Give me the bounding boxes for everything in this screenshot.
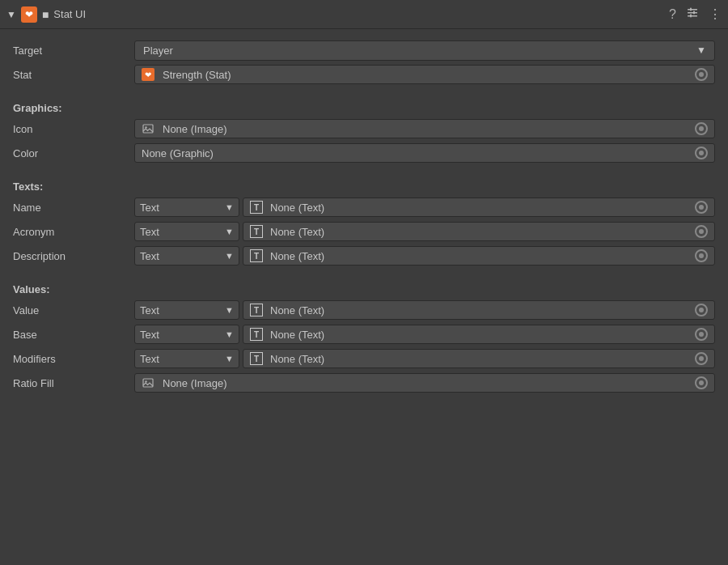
description-select-button[interactable] — [695, 249, 708, 262]
sliders-icon[interactable] — [686, 6, 699, 23]
base-dropdown-value: Text — [140, 329, 159, 341]
spacer3 — [13, 269, 715, 275]
chevron-down-icon: ▼ — [696, 45, 706, 56]
text-type-icon: T — [250, 328, 263, 341]
modifiers-label: Modifiers — [13, 353, 134, 365]
icon-value: None (Image) — [163, 123, 226, 135]
color-value: None (Graphic) — [142, 147, 214, 159]
select-circle-dot — [699, 126, 704, 131]
color-label: Color — [13, 147, 134, 159]
svg-rect-1 — [688, 12, 697, 14]
base-row: Base Text ▼ T None (Text) — [13, 323, 715, 346]
text-type-icon: T — [250, 304, 263, 316]
acronym-field[interactable]: T None (Text) — [243, 222, 715, 241]
description-control: Text ▼ T None (Text) — [134, 246, 715, 266]
svg-rect-5 — [690, 14, 692, 17]
stat-row: Stat ❤ Strength (Stat) — [13, 63, 715, 86]
value-type-dropdown[interactable]: Text ▼ — [134, 300, 239, 320]
acronym-control: Text ▼ T None (Text) — [134, 222, 715, 241]
color-select-button[interactable] — [695, 147, 708, 159]
target-control: Player ▼ — [134, 40, 715, 61]
modifiers-row: Modifiers Text ▼ T None (Text) — [13, 347, 715, 370]
target-dropdown[interactable]: Player ▼ — [134, 40, 715, 61]
select-circle-dot — [699, 380, 704, 385]
toolbar-icons: ? ⋮ — [669, 6, 722, 23]
value-select-button[interactable] — [695, 304, 708, 316]
stat-value: Strength (Stat) — [163, 69, 231, 81]
icon-field[interactable]: None (Image) — [134, 119, 715, 138]
more-icon[interactable]: ⋮ — [709, 6, 722, 22]
color-inner: None (Graphic) — [142, 147, 695, 159]
value-field[interactable]: T None (Text) — [243, 300, 715, 320]
modifiers-value: None (Text) — [270, 353, 324, 365]
svg-rect-0 — [688, 9, 697, 11]
stat-label: Stat — [13, 69, 134, 81]
values-header: Values: — [13, 283, 715, 295]
stat-select-button[interactable] — [695, 68, 708, 81]
window-title: Stat UI — [53, 8, 664, 20]
select-circle-dot — [699, 356, 704, 361]
name-type-dropdown[interactable]: Text ▼ — [134, 198, 239, 217]
title-bar: ▼ ❤ ■ Stat UI ? ⋮ — [0, 0, 728, 29]
ratio-fill-field[interactable]: None (Image) — [134, 373, 715, 393]
base-type-dropdown[interactable]: Text ▼ — [134, 325, 239, 344]
name-control: Text ▼ T None (Text) — [134, 198, 715, 217]
text-type-icon: T — [250, 201, 263, 214]
spacer1 — [13, 87, 715, 94]
select-circle-dot — [699, 308, 704, 312]
value-row: Value Text ▼ T None (Text) — [13, 299, 715, 321]
base-label: Base — [13, 329, 134, 341]
ratio-fill-label: Ratio Fill — [13, 377, 134, 389]
target-row: Target Player ▼ — [13, 39, 715, 62]
description-field[interactable]: T None (Text) — [243, 246, 715, 266]
chevron-down-icon[interactable]: ▼ — [6, 9, 16, 20]
color-field[interactable]: None (Graphic) — [134, 143, 715, 163]
select-circle-dot — [699, 205, 704, 210]
icon-row: Icon None (Image) — [13, 117, 715, 140]
select-circle-dot — [699, 253, 704, 258]
value-label: Value — [13, 304, 134, 316]
text-type-icon: T — [250, 225, 263, 238]
checkbox-icon[interactable]: ■ — [42, 8, 49, 21]
inspector-content: Target Player ▼ Stat ❤ Strength (Stat) G… — [0, 29, 728, 406]
base-value: None (Text) — [270, 329, 324, 341]
spacer2 — [13, 166, 715, 172]
color-control: None (Graphic) — [134, 143, 715, 163]
description-row: Description Text ▼ T None (Text) — [13, 244, 715, 267]
chevron-down-icon: ▼ — [225, 329, 234, 339]
select-circle-dot — [699, 332, 704, 337]
modifiers-select-button[interactable] — [695, 352, 708, 365]
modifiers-type-dropdown[interactable]: Text ▼ — [134, 349, 239, 368]
acronym-label: Acronym — [13, 226, 134, 238]
ratio-fill-inner: None (Image) — [142, 376, 695, 389]
name-value: None (Text) — [270, 202, 324, 214]
ratio-fill-value: None (Image) — [163, 377, 226, 389]
svg-rect-3 — [690, 7, 692, 11]
svg-rect-6 — [143, 125, 153, 133]
description-label: Description — [13, 250, 134, 262]
graphics-header: Graphics: — [13, 102, 715, 114]
ratio-fill-select-button[interactable] — [695, 376, 708, 389]
description-type-dropdown[interactable]: Text ▼ — [134, 246, 239, 266]
target-label: Target — [13, 45, 134, 57]
stat-field[interactable]: ❤ Strength (Stat) — [134, 65, 715, 84]
image-icon — [142, 122, 154, 135]
acronym-type-dropdown[interactable]: Text ▼ — [134, 222, 239, 241]
stat-control: ❤ Strength (Stat) — [134, 65, 715, 84]
modifiers-field[interactable]: T None (Text) — [243, 349, 715, 368]
name-field[interactable]: T None (Text) — [243, 198, 715, 217]
icon-select-button[interactable] — [695, 122, 708, 135]
chevron-down-icon: ▼ — [225, 251, 234, 261]
acronym-select-button[interactable] — [695, 225, 708, 238]
description-value: None (Text) — [270, 250, 324, 262]
acronym-dropdown-value: Text — [140, 226, 159, 238]
base-select-button[interactable] — [695, 328, 708, 341]
target-value: Player — [143, 45, 173, 57]
base-field[interactable]: T None (Text) — [243, 325, 715, 344]
component-icon: ❤ — [21, 6, 37, 23]
chevron-down-icon: ▼ — [225, 354, 234, 363]
acronym-value: None (Text) — [270, 226, 324, 238]
help-icon[interactable]: ? — [669, 7, 676, 22]
name-select-button[interactable] — [695, 201, 708, 214]
acronym-row: Acronym Text ▼ T None (Text) — [13, 220, 715, 243]
